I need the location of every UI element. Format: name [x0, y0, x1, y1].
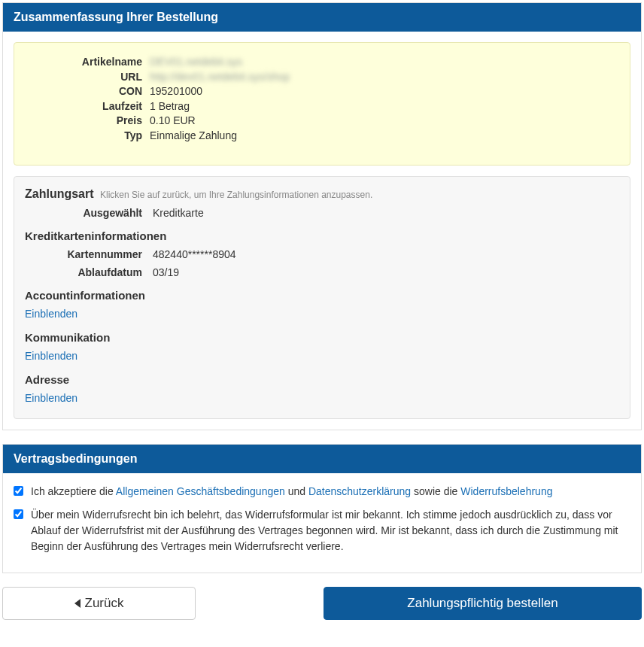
order-summary-header: Zusammenfassung Ihrer Bestellung — [3, 3, 641, 32]
terms-body: Ich akzeptiere die Allgemeinen Geschäfts… — [3, 473, 641, 573]
account-info-toggle[interactable]: Einblenden — [25, 308, 77, 320]
selected-payment-value: Kreditkarte — [153, 207, 619, 219]
terms-text-prefix: Ich akzeptiere die — [31, 485, 116, 497]
con-label: CON — [22, 84, 150, 99]
back-button[interactable]: Zurück — [2, 587, 196, 620]
accept-terms-checkbox[interactable] — [14, 486, 23, 496]
order-summary-body: Artikelname DEV01.netdebit.sys URL http:… — [3, 32, 641, 430]
url-label: URL — [22, 70, 150, 85]
url-value: http://dev01.netdebit.sys/shop — [150, 70, 290, 85]
payment-details-box: Zahlungsart Klicken Sie auf zurück, um I… — [14, 176, 630, 419]
selected-payment-label: Ausgewählt — [25, 207, 153, 219]
artikelname-label: Artikelname — [22, 55, 150, 70]
withdrawal-info-checkbox[interactable] — [14, 509, 23, 519]
terms-panel: Vertragsbedingungen Ich akzeptiere die A… — [2, 444, 642, 573]
communication-toggle[interactable]: Einblenden — [25, 350, 77, 362]
order-item-box: Artikelname DEV01.netdebit.sys URL http:… — [14, 42, 630, 166]
withdrawal-link[interactable]: Widerrufsbelehrung — [460, 485, 552, 497]
agb-link[interactable]: Allgemeinen Geschäftsbedingungen — [116, 485, 285, 497]
payment-method-title: Zahlungsart — [25, 187, 94, 200]
communication-title: Kommunikation — [25, 331, 619, 344]
card-expiry-label: Ablaufdatum — [25, 266, 153, 278]
laufzeit-value: 1 Betrag — [150, 99, 190, 114]
privacy-link[interactable]: Datenschutzerklärung — [308, 485, 411, 497]
terms-text-mid2: sowie die — [411, 485, 460, 497]
order-button[interactable]: Zahlungspflichtig bestellen — [324, 587, 642, 620]
laufzeit-label: Laufzeit — [22, 99, 150, 114]
typ-value: Einmalige Zahlung — [150, 129, 237, 144]
preis-value: 0.10 EUR — [150, 114, 196, 129]
chevron-left-icon — [74, 599, 80, 608]
order-summary-panel: Zusammenfassung Ihrer Bestellung Artikel… — [2, 2, 642, 430]
card-number-label: Kartennummer — [25, 248, 153, 260]
withdrawal-info-text: Über mein Widerrufsrecht bin ich belehrt… — [31, 507, 630, 554]
card-info-title: Kreditkarteninformationen — [25, 229, 619, 242]
account-info-title: Accountinformationen — [25, 289, 619, 302]
terms-text-mid1: und — [285, 485, 308, 497]
terms-checkbox-row-1: Ich akzeptiere die Allgemeinen Geschäfts… — [14, 484, 630, 500]
typ-label: Typ — [22, 129, 150, 144]
card-expiry-value: 03/19 — [153, 266, 619, 278]
preis-label: Preis — [22, 114, 150, 129]
payment-method-hint: Klicken Sie auf zurück, um Ihre Zahlungs… — [100, 190, 372, 200]
address-toggle[interactable]: Einblenden — [25, 392, 77, 404]
button-row: Zurück Zahlungspflichtig bestellen — [2, 587, 642, 620]
address-title: Adresse — [25, 373, 619, 386]
back-button-label: Zurück — [85, 596, 124, 611]
terms-checkbox-row-2: Über mein Widerrufsrecht bin ich belehrt… — [14, 507, 630, 554]
terms-header: Vertragsbedingungen — [3, 445, 641, 473]
artikelname-value: DEV01.netdebit.sys — [150, 55, 242, 70]
card-number-value: 482440******8904 — [153, 248, 619, 260]
con-value: 195201000 — [150, 84, 202, 99]
accept-terms-text: Ich akzeptiere die Allgemeinen Geschäfts… — [31, 484, 630, 500]
